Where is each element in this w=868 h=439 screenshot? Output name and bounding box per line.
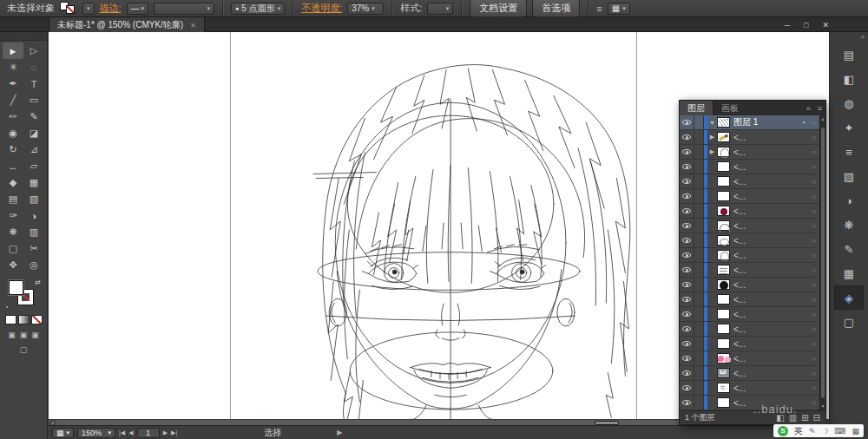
tools-panel-grip[interactable]: · · [0,32,47,41]
sogou-logo-icon[interactable]: S [778,426,788,436]
layer-row-7[interactable]: <... ▪ ○ [680,204,819,219]
layer-thumbnail[interactable] [717,265,730,275]
layer-row-11[interactable]: <... ▪ ○ [680,263,819,278]
target-icon[interactable]: ○ [808,222,819,230]
target-icon[interactable]: ○ [808,266,819,274]
transparency-icon[interactable]: ◑ [834,188,864,213]
artboard-tool[interactable]: ▢ [3,240,23,257]
target-icon[interactable]: ○ [808,134,819,141]
lock-toggle[interactable] [694,322,704,336]
hand-tool[interactable]: ✥ [3,257,23,273]
target-icon[interactable]: ○ [808,370,819,377]
target-icon[interactable]: ○ [808,163,819,171]
pen-tool[interactable]: ✒ [3,75,23,92]
gradient-panel-icon[interactable]: ▧ [834,164,864,188]
target-icon[interactable]: ○ [808,399,819,407]
scroll-up-icon[interactable]: ▲ [820,115,825,123]
layer-row-6[interactable]: <... ▪ ○ [680,189,819,204]
lock-toggle[interactable] [694,381,704,395]
swatches-panel-icon[interactable]: ▦ [834,261,864,285]
layer-name[interactable]: <... [733,251,799,260]
lock-toggle[interactable] [694,248,704,262]
layer-thumbnail[interactable] [717,338,730,349]
layer-row-5[interactable]: <... ▪ ○ [680,174,819,189]
brushes-panel-icon[interactable]: ✎ [834,237,864,261]
layer-thumbnail[interactable] [717,161,730,172]
layer-thumbnail[interactable] [717,206,730,216]
selection-tool[interactable]: ► [3,43,23,59]
lock-toggle[interactable] [694,292,704,306]
lock-toggle[interactable] [694,366,704,380]
layer-name[interactable]: <... [733,339,799,349]
visibility-toggle[interactable] [680,204,694,218]
blob-brush-tool[interactable]: ◉ [3,125,23,141]
color-mode-button[interactable] [5,315,16,324]
visibility-toggle[interactable] [680,307,694,321]
expand-arrow[interactable]: ▼ [707,120,717,126]
layer-name[interactable]: <... [733,192,799,201]
target-icon[interactable]: ○ [808,311,819,318]
layer-row-2[interactable]: ▶ <... ▪ ○ [680,130,819,145]
layer-thumbnail[interactable] [717,294,730,305]
blend-tool[interactable]: ◑ [23,207,44,224]
layer-name[interactable]: <... [733,398,799,408]
layer-row-15[interactable]: <... ▪ ○ [680,322,819,337]
rectangle-tool[interactable]: ▭ [23,92,44,108]
visibility-toggle[interactable] [680,351,694,365]
layer-row-1[interactable]: ▼ 图层 1 ▪ ○ [680,115,819,130]
layer-thumbnail[interactable] [717,250,730,260]
scroll-down-icon[interactable]: ▼ [820,403,825,410]
target-icon[interactable]: ○ [808,207,819,215]
target-icon[interactable]: ○ [808,355,819,363]
layer-name[interactable]: <... [733,206,799,216]
lock-toggle[interactable] [694,233,704,247]
slice-tool[interactable]: ✂ [23,240,44,257]
collapse-panel-icon[interactable]: » [803,104,814,113]
layer-row-20[interactable]: <... ▪ ○ [680,396,819,410]
visibility-toggle[interactable] [680,145,694,159]
style-dropdown[interactable]: ▾ [427,3,453,15]
first-artboard-button[interactable]: |◀ [119,429,125,436]
layer-row-4[interactable]: <... ▪ ○ [680,160,819,174]
artboard-number-field[interactable]: 1 [137,428,160,438]
layer-thumbnail[interactable] [717,324,730,334]
color-guide-icon[interactable]: ◧ [834,67,864,91]
target-icon[interactable]: ○ [808,296,819,304]
layer-row-8[interactable]: <... ▪ ○ [680,219,819,233]
layer-name[interactable]: <... [733,162,799,172]
lock-toggle[interactable] [694,351,704,365]
default-fill-stroke-icon[interactable]: ▪ [6,304,8,310]
layer-name[interactable]: <... [733,354,799,364]
lock-toggle[interactable] [694,263,704,277]
layer-thumbnail[interactable] [717,191,730,201]
visibility-toggle[interactable] [680,115,694,129]
target-icon[interactable]: ○ [808,148,819,156]
lock-toggle[interactable] [694,130,704,144]
artboards-panel-icon[interactable]: ▢ [834,310,864,334]
workspace-dropdown[interactable]: ▦▾ [608,3,630,15]
column-graph-tool[interactable]: ▥ [23,224,44,240]
lock-toggle[interactable] [694,219,704,233]
type-tool[interactable]: T [23,75,44,92]
layer-thumbnail[interactable] [717,220,730,231]
layers-panel-icon[interactable]: ◈ [834,285,864,310]
graphic-styles-icon[interactable]: ✦ [834,115,864,140]
tab-artboards[interactable]: 画板 [713,101,746,115]
target-icon[interactable]: ○ [808,119,819,127]
layer-row-19[interactable]: <... ▪ ○ [680,381,819,396]
stroke-none-swatch[interactable] [66,5,75,14]
pencil-tool[interactable]: ✎ [23,108,44,125]
layer-name[interactable]: <... [733,221,799,231]
expand-arrow[interactable]: ▶ [707,134,717,141]
symbols-panel-icon[interactable]: ❋ [834,213,864,237]
mesh-tool[interactable]: ▤ [3,191,23,207]
shape-builder-tool[interactable]: ◆ [3,174,23,191]
visibility-toggle[interactable] [680,396,694,410]
layer-thumbnail[interactable] [717,235,730,246]
variable-width-profile-dropdown[interactable]: ▾ [154,3,214,15]
layer-thumbnail[interactable] [717,368,730,378]
lock-toggle[interactable] [694,115,704,129]
expand-arrow[interactable]: ▶ [707,148,717,155]
layer-thumbnail[interactable] [717,147,730,157]
stroke-panel-icon[interactable]: ≡ [834,140,864,164]
